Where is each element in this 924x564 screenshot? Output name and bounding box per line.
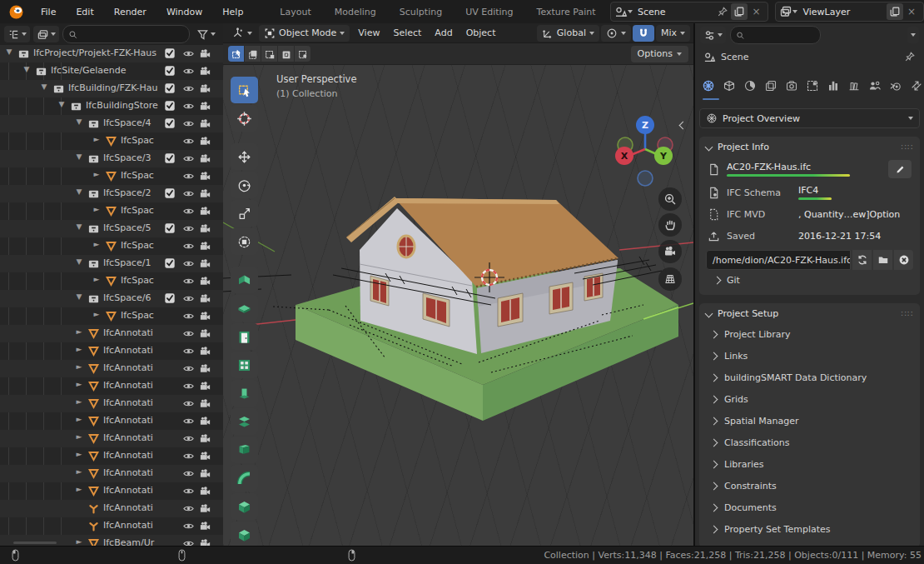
eye-icon[interactable] <box>182 65 195 77</box>
eye-icon[interactable] <box>182 222 195 235</box>
properties-tab-team[interactable] <box>868 77 882 95</box>
select-mode-subtract[interactable] <box>261 46 277 62</box>
camera-icon[interactable] <box>199 397 211 410</box>
outliner-row[interactable]: ▼IfcSpace/2 <box>0 185 223 202</box>
eye-icon[interactable] <box>182 345 195 357</box>
eye-icon[interactable] <box>182 292 195 305</box>
outliner-row[interactable]: ►IfcSpac <box>0 272 223 290</box>
properties-tab-handover[interactable] <box>910 77 923 95</box>
tool-transform[interactable] <box>231 228 258 255</box>
outliner-row[interactable]: ►IfcAnnotati <box>0 395 223 412</box>
proportional-editing-dropdown[interactable] <box>601 25 631 42</box>
blender-logo-icon[interactable] <box>8 4 24 20</box>
properties-tab-blender[interactable] <box>889 77 902 95</box>
bim-tool-window[interactable] <box>231 352 258 378</box>
outliner-row[interactable]: ▼IfcProject/Projekt-FZK-Haus <box>0 45 223 62</box>
bim-tool-extra[interactable] <box>231 522 258 546</box>
menu-help[interactable]: Help <box>212 1 253 23</box>
outliner-row[interactable]: ►IfcSpac <box>0 307 223 325</box>
expand-right-icon[interactable]: ► <box>73 415 85 423</box>
viewport-menu-object[interactable]: Object <box>460 23 503 42</box>
bim-tool-box[interactable] <box>231 493 258 520</box>
properties-tab-output[interactable] <box>785 77 798 95</box>
expand-right-icon[interactable]: ► <box>91 205 102 213</box>
bim-tool-beam[interactable] <box>231 437 258 463</box>
outliner-row[interactable]: ►IfcAnnotati <box>0 377 223 395</box>
pin-icon[interactable] <box>904 51 916 62</box>
outliner-row[interactable]: ▼IfcSpace/6 <box>0 290 223 307</box>
eye-icon[interactable] <box>182 362 195 375</box>
camera-icon[interactable] <box>199 82 211 95</box>
browse-file-button[interactable] <box>873 250 892 270</box>
outliner-search-input[interactable] <box>81 28 184 40</box>
camera-icon[interactable] <box>199 170 211 182</box>
checkbox-icon[interactable] <box>164 187 176 199</box>
menu-window[interactable]: Window <box>156 1 212 23</box>
eye-icon[interactable] <box>182 117 195 130</box>
workspace-tab-modeling[interactable]: Modeling <box>323 1 388 23</box>
outliner-row[interactable]: ►IfcAnnotati <box>0 465 223 482</box>
menu-file[interactable]: File <box>31 1 66 23</box>
camera-icon[interactable] <box>199 502 211 515</box>
setup-item-links[interactable]: Links <box>699 345 920 367</box>
viewport-menu-add[interactable]: Add <box>428 23 459 42</box>
pin-icon[interactable] <box>714 3 731 20</box>
expand-down-icon[interactable]: ▼ <box>73 257 85 266</box>
menu-render[interactable]: Render <box>104 1 156 23</box>
expand-right-icon[interactable]: ► <box>91 310 102 318</box>
mode-dropdown[interactable]: Object Mode <box>259 25 350 42</box>
bim-tool-column[interactable] <box>231 380 258 407</box>
remove-viewlayer-icon[interactable]: × <box>903 3 920 20</box>
workspace-tab-uv-editing[interactable]: UV Editing <box>454 1 524 23</box>
outliner-row[interactable]: ▼IfcSpace/3 <box>0 150 223 167</box>
expand-down-icon[interactable]: ▼ <box>3 47 15 56</box>
expand-down-icon[interactable]: ▼ <box>73 222 85 231</box>
zoom-button[interactable] <box>658 187 682 211</box>
camera-icon[interactable] <box>199 520 211 532</box>
perspective-toggle-button[interactable] <box>658 267 682 291</box>
snap-with-dropdown[interactable]: Mix <box>656 25 690 42</box>
eye-icon[interactable] <box>182 135 195 147</box>
expand-down-icon[interactable]: ▼ <box>38 82 50 91</box>
eye-icon[interactable] <box>182 275 195 287</box>
properties-options-dropdown[interactable] <box>907 27 919 43</box>
options-button[interactable]: Options <box>631 46 688 62</box>
setup-item-documents[interactable]: Documents <box>699 497 920 518</box>
select-mode-intersect[interactable] <box>295 46 310 62</box>
camera-icon[interactable] <box>199 135 211 147</box>
tool-cursor[interactable] <box>231 105 258 132</box>
expand-right-icon[interactable]: ► <box>73 327 85 336</box>
clear-file-button[interactable] <box>894 250 913 270</box>
setup-item-classifications[interactable]: Classifications <box>699 432 920 453</box>
outliner-filter-dropdown[interactable] <box>193 26 219 42</box>
setup-item-constraints[interactable]: Constraints <box>699 475 920 497</box>
expand-right-icon[interactable]: ► <box>73 380 85 388</box>
edit-project-button[interactable] <box>888 160 912 178</box>
expand-right-icon[interactable]: ► <box>73 397 85 406</box>
expand-down-icon[interactable]: ▼ <box>73 117 85 126</box>
properties-tab-documents[interactable] <box>847 77 861 95</box>
bim-tool-slab[interactable] <box>231 295 258 322</box>
eye-icon[interactable] <box>182 380 195 392</box>
panel-grip-icon[interactable]: ∷∷ <box>901 142 913 152</box>
setup-item-libraries[interactable]: Libraries <box>699 453 920 475</box>
properties-tab-costing[interactable] <box>827 77 840 95</box>
eye-icon[interactable] <box>182 485 195 497</box>
expand-down-icon[interactable]: ▼ <box>73 292 85 301</box>
tool-move[interactable] <box>231 143 258 170</box>
camera-icon[interactable] <box>199 345 211 357</box>
eye-icon[interactable] <box>182 47 195 60</box>
expand-right-icon[interactable]: ► <box>73 485 85 493</box>
camera-icon[interactable] <box>199 537 211 546</box>
tool-rotate[interactable] <box>231 172 258 198</box>
new-scene-icon[interactable] <box>731 3 748 20</box>
properties-tab-object[interactable] <box>723 77 736 95</box>
properties-tab-project-overview[interactable] <box>702 77 715 95</box>
reload-file-button[interactable] <box>852 250 872 270</box>
menu-edit[interactable]: Edit <box>66 1 103 23</box>
checkbox-icon[interactable] <box>164 65 176 77</box>
checkbox-icon[interactable] <box>164 222 176 234</box>
eye-icon[interactable] <box>182 537 195 546</box>
camera-icon[interactable] <box>199 362 211 375</box>
tool-scale[interactable] <box>231 200 258 227</box>
